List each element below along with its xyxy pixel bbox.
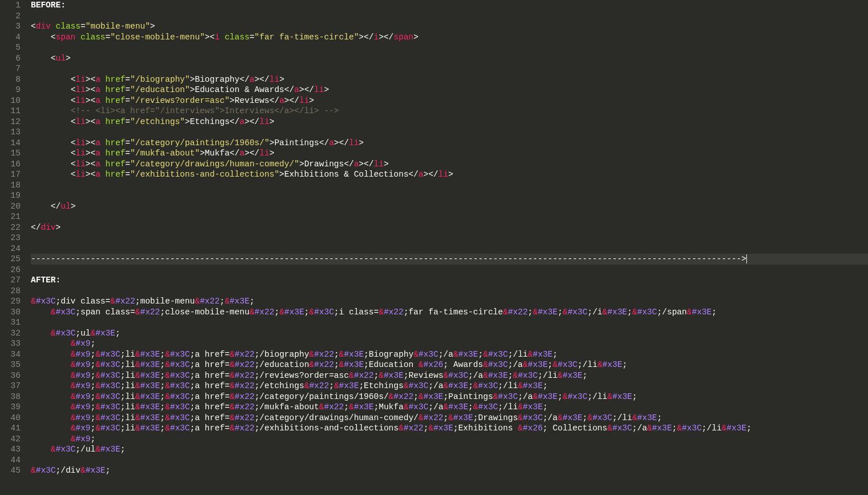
- line-number: 35: [0, 360, 21, 370]
- code-line[interactable]: <ul>: [31, 53, 868, 64]
- code-line[interactable]: [31, 63, 868, 74]
- code-line[interactable]: &#x9;&#x3C;li&#x3E;&#x3C;a href=&#x22;/e…: [31, 381, 868, 392]
- line-number: 8: [0, 74, 21, 85]
- code-line[interactable]: <li><a href="/etchings">Etchings</a></li…: [31, 117, 868, 127]
- code-line[interactable]: &#x3C;/div&#x3E;: [31, 465, 868, 476]
- line-number: 36: [0, 370, 21, 381]
- code-line[interactable]: [31, 233, 868, 243]
- code-line[interactable]: <li><a href="/biography">Biography</a></…: [31, 74, 868, 85]
- line-number: 6: [0, 53, 21, 64]
- line-number: 13: [0, 127, 21, 138]
- line-number: 39: [0, 402, 21, 413]
- line-number: 28: [0, 286, 21, 297]
- line-number: 23: [0, 233, 21, 243]
- code-line[interactable]: &#x9;&#x3C;li&#x3E;&#x3C;a href=&#x22;/r…: [31, 370, 868, 381]
- code-line[interactable]: <!-- <li><a href="/interviews">Interview…: [31, 106, 868, 117]
- line-number: 2: [0, 11, 21, 22]
- code-line[interactable]: [31, 11, 868, 22]
- code-line[interactable]: BEFORE:: [31, 0, 868, 11]
- line-number-gutter: 1234567891011121314151617181920212223242…: [0, 0, 26, 495]
- line-number: 34: [0, 349, 21, 360]
- line-number: 37: [0, 381, 21, 392]
- code-line[interactable]: &#x3C;div class=&#x22;mobile-menu&#x22;&…: [31, 296, 868, 307]
- line-number: 42: [0, 434, 21, 445]
- code-line[interactable]: &#x9;&#x3C;li&#x3E;&#x3C;a href=&#x22;/c…: [31, 392, 868, 402]
- line-number: 26: [0, 265, 21, 276]
- line-number: 7: [0, 63, 21, 74]
- line-number: 29: [0, 296, 21, 307]
- code-line[interactable]: &#x9;: [31, 434, 868, 445]
- code-line[interactable]: <li><a href="/category/paintings/1960s/"…: [31, 138, 868, 149]
- code-line[interactable]: &#x9;&#x3C;li&#x3E;&#x3C;a href=&#x22;/e…: [31, 423, 868, 434]
- line-number: 12: [0, 117, 21, 127]
- code-line[interactable]: &#x3C;/ul&#x3E;: [31, 444, 868, 455]
- code-line[interactable]: [31, 211, 868, 222]
- line-number: 3: [0, 21, 21, 32]
- line-number: 33: [0, 338, 21, 349]
- line-number: 44: [0, 455, 21, 466]
- line-number: 25: [0, 254, 21, 265]
- code-line[interactable]: [31, 180, 868, 191]
- line-number: 22: [0, 222, 21, 233]
- code-line[interactable]: &#x3C;span class=&#x22;close-mobile-menu…: [31, 307, 868, 318]
- line-number: 1: [0, 0, 21, 11]
- code-line[interactable]: <span class="close-mobile-menu"><i class…: [31, 32, 868, 43]
- line-number: 16: [0, 159, 21, 170]
- code-line[interactable]: [31, 265, 868, 276]
- line-number: 10: [0, 95, 21, 106]
- line-number: 31: [0, 317, 21, 328]
- line-number: 15: [0, 148, 21, 159]
- line-number: 20: [0, 201, 21, 212]
- line-number: 32: [0, 328, 21, 339]
- code-line[interactable]: </ul>: [31, 201, 868, 212]
- line-number: 41: [0, 423, 21, 434]
- code-line[interactable]: <li><a href="/mukfa-about">Mukfa</a></li…: [31, 148, 868, 159]
- line-number: 45: [0, 465, 21, 476]
- code-line[interactable]: <li><a href="/exhibitions-and-collection…: [31, 169, 868, 180]
- line-number: 4: [0, 32, 21, 43]
- code-line[interactable]: [31, 127, 868, 138]
- line-number: 24: [0, 243, 21, 254]
- code-line[interactable]: &#x9;: [31, 338, 868, 349]
- code-line[interactable]: <li><a href="/category/drawings/human-co…: [31, 159, 868, 170]
- line-number: 11: [0, 106, 21, 117]
- code-area[interactable]: BEFORE:<div class="mobile-menu"> <span c…: [26, 0, 868, 495]
- line-number: 30: [0, 307, 21, 318]
- code-line[interactable]: &#x3C;ul&#x3E;: [31, 328, 868, 339]
- line-number: 19: [0, 190, 21, 201]
- line-number: 18: [0, 180, 21, 191]
- line-number: 38: [0, 392, 21, 402]
- code-line[interactable]: &#x9;&#x3C;li&#x3E;&#x3C;a href=&#x22;/b…: [31, 349, 868, 360]
- code-line[interactable]: <li><a href="/education">Education & Awa…: [31, 85, 868, 95]
- code-line[interactable]: AFTER:: [31, 275, 868, 286]
- code-line[interactable]: [31, 286, 868, 297]
- code-line[interactable]: &#x9;&#x3C;li&#x3E;&#x3C;a href=&#x22;/c…: [31, 413, 868, 424]
- code-line[interactable]: [31, 243, 868, 254]
- line-number: 43: [0, 444, 21, 455]
- line-number: 17: [0, 169, 21, 180]
- line-number: 14: [0, 138, 21, 149]
- code-line[interactable]: [31, 42, 868, 53]
- line-number: 5: [0, 42, 21, 53]
- code-line[interactable]: &#x9;&#x3C;li&#x3E;&#x3C;a href=&#x22;/m…: [31, 402, 868, 413]
- code-line[interactable]: <li><a href="/reviews?order=asc">Reviews…: [31, 95, 868, 106]
- code-line[interactable]: [31, 190, 868, 201]
- line-number: 21: [0, 211, 21, 222]
- code-editor[interactable]: 1234567891011121314151617181920212223242…: [0, 0, 868, 495]
- code-line[interactable]: [31, 317, 868, 328]
- line-number: 9: [0, 85, 21, 95]
- code-line[interactable]: [31, 455, 868, 466]
- code-line[interactable]: &#x9;&#x3C;li&#x3E;&#x3C;a href=&#x22;/e…: [31, 360, 868, 370]
- code-line[interactable]: ----------------------------------------…: [31, 254, 868, 265]
- line-number: 27: [0, 275, 21, 286]
- code-line[interactable]: <div class="mobile-menu">: [31, 21, 868, 32]
- code-line[interactable]: </div>: [31, 222, 868, 233]
- line-number: 40: [0, 413, 21, 424]
